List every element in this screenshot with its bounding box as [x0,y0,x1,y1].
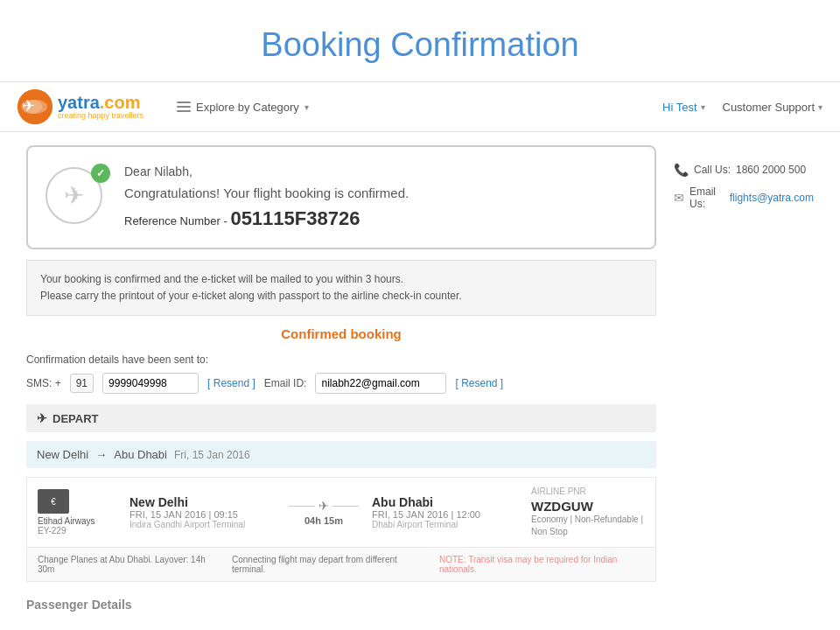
to-city: Abu Dhabi [114,448,167,461]
email-icon: ✉ [674,191,684,205]
email-link[interactable]: flights@yatra.com [730,192,814,204]
sidebar-phone: 📞 Call Us: 1860 2000 500 [674,163,814,177]
customer-support-menu[interactable]: Customer Support ▾ [723,101,823,114]
phone-input[interactable] [102,373,199,394]
logo-name: yatra.com [58,93,144,112]
reference-number: Reference Number - 051115F38726 [124,207,409,230]
duration-text: 04h 15m [289,515,359,526]
info-box: Your booking is confirmed and the e-tick… [26,260,656,316]
greeting: Dear Nilabh, [124,164,409,178]
route-banner: New Delhi → Abu Dhabi Fri, 15 Jan 2016 [26,441,656,468]
airline-logo-symbol: € [51,497,56,507]
depart-section-header: ✈ DEPART [26,404,656,432]
right-sidebar: 📞 Call Us: 1860 2000 500 ✉ Email Us: fli… [674,145,814,619]
phone-label: Call Us: [694,164,731,176]
info-line1: Your booking is confirmed and the e-tick… [40,271,642,288]
left-content: ✈ ✓ Dear Nilabh, Congratulations! Your f… [26,145,656,619]
depart-city: New Delhi [130,495,276,509]
plane-line: ✈ [289,499,359,513]
navbar: ✈ yatra.com creating happy travellers Ex… [0,81,840,132]
pnr-label: AIRLINE PNR [531,486,645,496]
explore-label: Explore by Category [196,101,299,114]
page-title: Booking Confirmation [0,0,840,81]
user-chevron-icon: ▾ [701,102,705,112]
contact-details-row: SMS: + 91 [ Resend ] Email ID: [ Resend … [26,373,656,394]
logo[interactable]: ✈ yatra.com creating happy travellers [18,89,144,124]
confirmation-card: ✈ ✓ Dear Nilabh, Congratulations! Your f… [26,145,656,249]
route-date: Fri, 15 Jan 2016 [174,449,250,461]
logo-tagline: creating happy travellers [58,112,144,121]
confirmation-icon-area: ✈ ✓ [46,167,107,228]
arrive-airport: Dhabi Airport Terminal [372,520,518,529]
sms-label: SMS: + [26,377,61,389]
arrive-city-info: Abu Dhabi FRI, 15 JAN 2016 | 12:00 Dhabi… [372,495,518,529]
airline-logo: € [38,489,69,514]
explore-by-category-button[interactable]: Explore by Category ▾ [170,97,316,117]
resend-sms-link[interactable]: [ Resend ] [207,377,256,389]
support-label: Customer Support [723,101,816,114]
pnr-info: AIRLINE PNR WZDGUW Economy | Non-Refunda… [531,486,645,538]
user-greeting: Hi Test [662,101,697,114]
passenger-details-header: Passenger Details [26,591,656,619]
arrive-city: Abu Dhabi [372,495,518,509]
nav-right: Hi Test ▾ Customer Support ▾ [662,101,822,114]
airline-info: € Etihad Airways EY-229 [38,489,116,536]
email-id-label: Email ID: [264,377,307,389]
hamburger-icon [177,102,191,112]
layover-note: NOTE: Transit visa may be required for I… [439,555,645,574]
depart-date: FRI, 15 JAN 2016 | 09:15 [130,509,276,520]
info-line2: Please carry the printout of your e-tick… [40,288,642,304]
phone-number: 1860 2000 500 [736,164,806,176]
svg-text:✈: ✈ [22,97,35,115]
arrow-icon: → [95,448,107,461]
main-content: ✈ ✓ Dear Nilabh, Congratulations! Your f… [0,132,840,630]
email-label: Email Us: [690,186,724,210]
confirmation-details-sent: Confirmation details have been sent to: [26,354,656,366]
pnr-code: WZDGUW [531,499,645,514]
logo-com: .com [100,93,141,112]
user-menu[interactable]: Hi Test ▾ [662,101,705,114]
layover-box: Change Planes at Abu Dhabi. Layover: 14h… [26,548,656,582]
plane-icon: ✈ [318,499,329,513]
depart-airport: Indira Gandhi Airport Terminal [130,520,276,529]
email-input[interactable] [315,373,446,394]
sidebar-email: ✉ Email Us: flights@yatra.com [674,186,814,210]
arrive-date: FRI, 15 JAN 2016 | 12:00 [372,509,518,520]
chevron-down-icon: ▾ [304,102,309,112]
flight-duration: ✈ 04h 15m [289,499,359,526]
depart-label: DEPART [52,412,98,425]
airline-flight: EY-229 [38,526,116,536]
from-city: New Delhi [37,448,88,461]
svg-point-0 [18,89,52,124]
confirmation-text: Dear Nilabh, Congratulations! Your fligh… [124,164,409,230]
layover-text1: Change Planes at Abu Dhabi. Layover: 14h… [38,555,214,574]
depart-city-info: New Delhi FRI, 15 JAN 2016 | 09:15 Indir… [130,495,276,529]
logo-text: yatra.com creating happy travellers [58,93,144,121]
flight-row: € Etihad Airways EY-229 New Delhi FRI, 1… [26,477,656,548]
confirmed-booking-label: Confirmed booking [26,326,656,341]
support-chevron-icon: ▾ [818,102,822,112]
resend-email-link[interactable]: [ Resend ] [455,377,503,389]
phone-icon: 📞 [674,163,689,177]
layover-text2: Connecting flight may depart from differ… [232,555,422,574]
ref-prefix: Reference Number - [124,214,230,228]
logo-icon: ✈ [18,89,52,124]
ref-number-value: 051115F38726 [230,207,360,229]
check-badge: ✓ [91,164,110,183]
airline-name: Etihad Airways [38,516,116,526]
pnr-details: Economy | Non-Refundable | Non Stop [531,514,645,538]
country-code: 91 [70,374,94,393]
confirmation-message: Congratulations! Your flight booking is … [124,186,409,200]
plane-depart-icon: ✈ [37,411,47,425]
